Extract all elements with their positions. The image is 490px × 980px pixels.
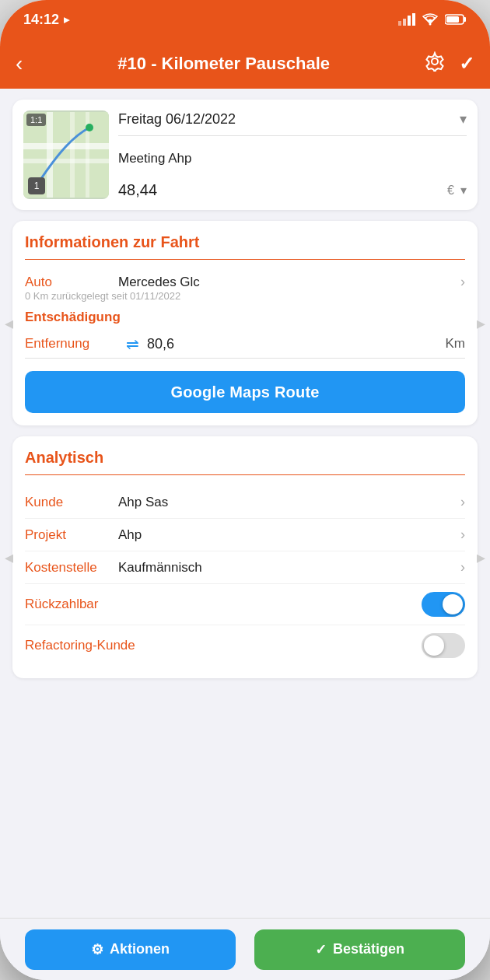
projekt-chevron-icon: ›: [460, 527, 465, 543]
entfernung-row[interactable]: Entfernung ⇌ 80,6 Km: [25, 330, 465, 359]
refactoring-row: Refactoring-Kunde: [25, 625, 465, 666]
status-icons: [398, 13, 467, 26]
bottom-bar: ⚙ Aktionen ✓ Bestätigen: [0, 918, 490, 980]
entfernung-label: Entfernung: [25, 336, 126, 352]
confirm-check-icon: ✓: [315, 941, 327, 958]
gear-icon: [425, 51, 445, 72]
kostenstelle-label: Kostenstelle: [25, 560, 118, 576]
wifi-icon: [422, 13, 439, 26]
kunde-value: Ahp Sas: [118, 495, 460, 510]
fahrt-section-title: Informationen zur Fahrt: [25, 233, 465, 251]
confirm-button[interactable]: ✓ Bestätigen: [254, 929, 465, 970]
rueckzahlbar-toggle[interactable]: [422, 592, 465, 617]
status-time: 14:12 ▸: [23, 12, 69, 28]
actions-button[interactable]: ⚙ Aktionen: [25, 929, 236, 970]
currency-selector[interactable]: € ▾: [447, 183, 467, 198]
rueckzahlbar-row: Rückzahlbar: [25, 584, 465, 625]
date-row: Freitag 06/12/2022 ▾: [118, 110, 467, 136]
top-card: 1:1 1 Freitag 06/12/2022 ▾ Meeting Ahp 4…: [12, 100, 478, 210]
svg-rect-3: [412, 13, 415, 26]
amount-row: 48,44 € ▾: [118, 181, 467, 199]
projekt-row[interactable]: Projekt Ahp ›: [25, 519, 465, 551]
kunde-chevron-icon: ›: [460, 494, 465, 510]
top-card-info: Freitag 06/12/2022 ▾ Meeting Ahp 48,44 €…: [118, 110, 467, 199]
map-scale-label: 1:1: [26, 114, 46, 126]
svg-rect-11: [23, 159, 109, 163]
kunde-label: Kunde: [25, 495, 118, 510]
map-badge: 1: [28, 177, 45, 194]
header-title: #10 - Kilometer Pauschale: [117, 54, 330, 74]
svg-rect-2: [408, 16, 411, 26]
back-button[interactable]: ‹: [16, 51, 23, 76]
svg-rect-6: [464, 17, 466, 22]
svg-rect-12: [47, 112, 53, 198]
time-text: 14:12: [23, 12, 59, 28]
svg-point-16: [86, 124, 93, 131]
svg-rect-13: [70, 112, 75, 198]
actions-label: Aktionen: [110, 941, 170, 957]
section-divider: [25, 259, 465, 260]
analytisch-right-arrow-icon: ▸: [477, 548, 485, 568]
kostenstelle-value: Kaufmännisch: [118, 560, 460, 576]
header-action-icons: ✓: [425, 51, 474, 76]
analytisch-left-arrow-icon: ◂: [5, 548, 13, 568]
rueckzahlbar-label: Rückzahlbar: [25, 597, 99, 612]
content-area: 1:1 1 Freitag 06/12/2022 ▾ Meeting Ahp 4…: [0, 89, 490, 918]
projekt-label: Projekt: [25, 527, 118, 543]
auto-chevron-icon: ›: [460, 274, 465, 290]
confirm-label: Bestätigen: [333, 941, 404, 957]
svg-rect-1: [403, 19, 406, 26]
kostenstelle-row[interactable]: Kostenstelle Kaufmännisch ›: [25, 551, 465, 584]
settings-button[interactable]: [425, 51, 445, 76]
svg-point-4: [429, 23, 432, 26]
left-arrow-icon: ◂: [5, 313, 13, 334]
analytisch-section-title: Analytisch: [25, 449, 465, 467]
refactoring-knob: [424, 635, 444, 656]
battery-icon: [445, 13, 467, 26]
meeting-text: Meeting Ahp: [118, 151, 467, 166]
auto-label: Auto: [25, 275, 118, 290]
amount-value: 48,44: [118, 181, 157, 199]
svg-rect-0: [398, 21, 401, 26]
right-arrow-icon: ▸: [477, 313, 485, 334]
entschaedigung-title: Entschädigung: [25, 310, 465, 325]
header: ‹ #10 - Kilometer Pauschale ✓: [0, 39, 490, 89]
actions-gear-icon: ⚙: [91, 941, 103, 958]
entfernung-value: 80,6: [147, 336, 446, 352]
map-thumbnail[interactable]: 1:1 1: [23, 110, 109, 199]
toggle-knob: [443, 594, 463, 614]
status-bar: 14:12 ▸: [0, 0, 490, 39]
route-filter-icon[interactable]: ⇌: [126, 334, 139, 353]
currency-symbol: €: [447, 184, 454, 198]
svg-rect-7: [446, 16, 459, 23]
svg-point-8: [432, 58, 438, 65]
currency-chevron-icon: ▾: [460, 183, 467, 198]
kunde-row[interactable]: Kunde Ahp Sas ›: [25, 486, 465, 519]
date-text: Freitag 06/12/2022: [118, 111, 236, 128]
location-icon: ▸: [64, 13, 69, 26]
auto-value: Mercedes Glc: [118, 275, 460, 290]
google-maps-route-button[interactable]: Google Maps Route: [25, 371, 465, 413]
date-chevron-icon[interactable]: ▾: [460, 110, 467, 128]
projekt-value: Ahp: [118, 527, 460, 543]
kostenstelle-chevron-icon: ›: [460, 559, 465, 576]
auto-sub-text: 0 Km zurückgelegt seit 01/11/2022: [25, 290, 465, 302]
confirm-header-button[interactable]: ✓: [459, 53, 474, 75]
signal-icon: [398, 13, 415, 26]
fahrt-info-card: ◂ ▸ Informationen zur Fahrt Auto Mercede…: [12, 221, 478, 425]
refactoring-toggle[interactable]: [422, 633, 465, 658]
analytisch-card: ◂ ▸ Analytisch Kunde Ahp Sas › Projekt A…: [12, 436, 478, 678]
entfernung-unit: Km: [446, 336, 466, 352]
analytisch-divider: [25, 474, 465, 475]
refactoring-label: Refactoring-Kunde: [25, 638, 135, 653]
